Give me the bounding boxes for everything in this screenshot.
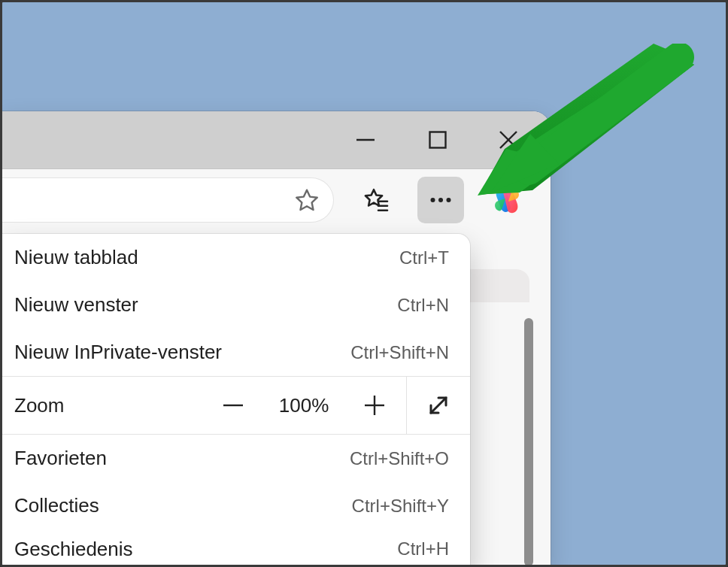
- more-horizontal-icon: [427, 186, 454, 214]
- menu-item-label: Collecties: [14, 494, 99, 517]
- menu-item-label: Nieuw tabblad: [14, 246, 138, 269]
- svg-line-15: [431, 398, 446, 413]
- edge-browser-window: Nieuw tabblad Ctrl+T Nieuw venster Ctrl+…: [2, 111, 551, 567]
- svg-point-9: [431, 198, 435, 202]
- zoom-out-button[interactable]: [202, 376, 265, 435]
- zoom-value: 100%: [265, 394, 343, 417]
- menu-item-shortcut: Ctrl+Shift+N: [350, 342, 449, 363]
- menu-item-label: Favorieten: [14, 447, 107, 470]
- menu-item-label: Geschiedenis: [14, 538, 133, 561]
- minimize-button[interactable]: [331, 111, 400, 168]
- svg-marker-4: [296, 190, 317, 210]
- favorites-list-icon: [362, 186, 390, 214]
- svg-rect-1: [430, 132, 446, 148]
- menu-item-shortcut: Ctrl+H: [397, 538, 449, 559]
- settings-and-more-menu: Nieuw tabblad Ctrl+T Nieuw venster Ctrl+…: [2, 234, 470, 567]
- plus-icon: [363, 394, 386, 417]
- menu-item-favorites[interactable]: Favorieten Ctrl+Shift+O: [2, 435, 470, 482]
- title-bar: [2, 111, 551, 169]
- maximize-button[interactable]: [403, 111, 472, 168]
- minus-icon: [222, 394, 244, 417]
- menu-item-shortcut: Ctrl+T: [399, 247, 449, 268]
- viewport: Nieuw tabblad Ctrl+T Nieuw venster Ctrl+…: [0, 0, 728, 567]
- menu-item-collections[interactable]: Collecties Ctrl+Shift+Y: [2, 482, 470, 529]
- zoom-label: Zoom: [14, 394, 202, 417]
- maximize-icon: [429, 131, 447, 149]
- star-icon[interactable]: [294, 187, 320, 213]
- copilot-icon: [490, 183, 524, 217]
- minimize-icon: [356, 130, 375, 150]
- fullscreen-button[interactable]: [406, 376, 470, 435]
- menu-item-shortcut: Ctrl+Shift+O: [350, 448, 449, 469]
- menu-item-shortcut: Ctrl+Shift+Y: [352, 496, 449, 517]
- settings-and-more-button[interactable]: [417, 177, 464, 223]
- zoom-in-button[interactable]: [343, 376, 406, 435]
- menu-item-shortcut: Ctrl+N: [397, 295, 449, 316]
- browser-toolbar: [2, 169, 551, 229]
- menu-item-history[interactable]: Geschiedenis Ctrl+H: [2, 529, 470, 567]
- menu-item-new-tab[interactable]: Nieuw tabblad Ctrl+T: [2, 234, 470, 281]
- svg-line-20: [529, 57, 679, 170]
- menu-item-label: Nieuw venster: [14, 293, 138, 317]
- menu-item-new-window[interactable]: Nieuw venster Ctrl+N: [2, 281, 470, 329]
- menu-item-label: Nieuw InPrivate-venster: [14, 341, 222, 364]
- copilot-button[interactable]: [484, 177, 530, 223]
- svg-point-11: [447, 198, 451, 202]
- zoom-row: Zoom 100%: [2, 376, 470, 435]
- menu-item-new-inprivate[interactable]: Nieuw InPrivate-venster Ctrl+Shift+N: [2, 329, 470, 376]
- content-scrollbar[interactable]: [524, 318, 533, 566]
- address-bar[interactable]: [2, 178, 333, 222]
- svg-marker-5: [366, 190, 382, 205]
- fullscreen-icon: [427, 394, 450, 417]
- close-button[interactable]: [474, 111, 543, 168]
- favorites-button[interactable]: [353, 177, 399, 223]
- close-icon: [499, 130, 518, 150]
- svg-point-10: [438, 198, 443, 202]
